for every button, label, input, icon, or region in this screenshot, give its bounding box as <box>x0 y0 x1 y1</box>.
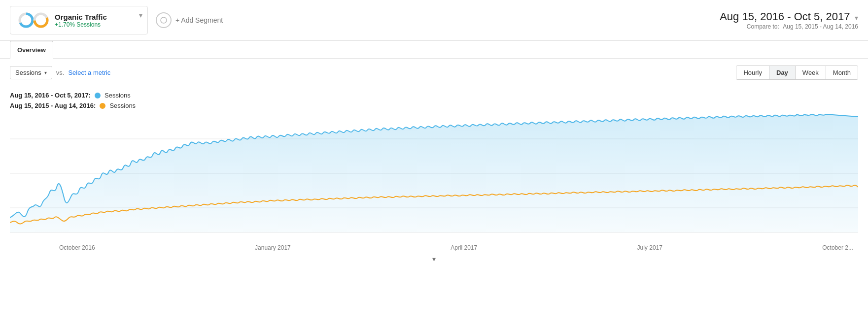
tabs-bar: Overview <box>0 41 868 59</box>
x-label-jul-2017: July 2017 <box>637 244 662 251</box>
tab-overview[interactable]: Overview <box>10 41 53 59</box>
vs-label: vs. <box>56 69 65 76</box>
circle-outline-icon <box>160 17 167 24</box>
sessions-dropdown-arrow-icon: ▾ <box>44 70 47 75</box>
chart-svg <box>10 114 858 242</box>
legend-date-primary: Aug 15, 2016 - Oct 5, 2017: <box>10 92 91 99</box>
x-label-oct-2016: October 2016 <box>59 244 95 251</box>
x-label-jan-2017: January 2017 <box>255 244 291 251</box>
date-range-section[interactable]: Aug 15, 2016 - Oct 5, 2017 ▾ Compare to:… <box>720 10 858 30</box>
scrollbar-area: ▾ <box>0 251 868 263</box>
add-segment-label: + Add Segment <box>175 16 223 24</box>
x-label-apr-2017: April 2017 <box>451 244 477 251</box>
legend-metric-compare: Sessions <box>109 102 136 109</box>
controls-bar: Sessions ▾ vs. Select a metric Hourly Da… <box>0 59 868 87</box>
blue-area-fill <box>10 114 858 232</box>
week-button[interactable]: Week <box>795 66 826 79</box>
svg-point-4 <box>161 17 167 23</box>
date-range-primary-row: Aug 15, 2016 - Oct 5, 2017 ▾ <box>720 10 858 23</box>
legend-dot-orange <box>100 103 105 109</box>
metric-controls: Sessions ▾ vs. Select a metric <box>10 66 110 79</box>
date-range-dropdown-arrow[interactable]: ▾ <box>855 14 858 22</box>
compare-prefix: Compare to: <box>747 23 779 30</box>
legend-row-primary: Aug 15, 2016 - Oct 5, 2017: Sessions <box>10 92 858 99</box>
legend-section: Aug 15, 2016 - Oct 5, 2017: Sessions Aug… <box>0 87 868 114</box>
orange-donut-icon <box>32 11 50 29</box>
donut-icons <box>17 11 50 29</box>
chart-area <box>0 114 868 242</box>
scroll-down-arrow[interactable]: ▾ <box>432 255 436 263</box>
chart-container: October 2016 January 2017 April 2017 Jul… <box>0 114 868 263</box>
x-axis-labels: October 2016 January 2017 April 2017 Jul… <box>0 242 868 251</box>
date-range-primary: Aug 15, 2016 - Oct 5, 2017 <box>720 10 850 23</box>
legend-date-compare: Aug 15, 2015 - Aug 14, 2016: <box>10 102 96 109</box>
organic-traffic-segment[interactable]: Organic Traffic +1.70% Sessions ▾ <box>10 6 148 34</box>
segment-info: Organic Traffic +1.70% Sessions <box>55 13 107 28</box>
hourly-button[interactable]: Hourly <box>736 66 769 79</box>
compare-date: Aug 15, 2015 - Aug 14, 2016 <box>783 23 858 30</box>
segment-dropdown-arrow[interactable]: ▾ <box>139 11 142 19</box>
segment-section: Organic Traffic +1.70% Sessions ▾ + Add … <box>10 6 223 34</box>
add-segment-circle-icon <box>156 12 172 28</box>
sessions-label: Sessions <box>15 69 41 76</box>
top-bar: Organic Traffic +1.70% Sessions ▾ + Add … <box>0 0 868 41</box>
legend-row-compare: Aug 15, 2015 - Aug 14, 2016: Sessions <box>10 102 858 109</box>
segment-name: Organic Traffic <box>55 13 107 21</box>
x-label-oct-2: October 2... <box>822 244 853 251</box>
select-metric-link[interactable]: Select a metric <box>68 69 110 76</box>
date-range-compare-row: Compare to: Aug 15, 2015 - Aug 14, 2016 <box>720 23 858 30</box>
month-button[interactable]: Month <box>826 66 858 79</box>
sessions-dropdown[interactable]: Sessions ▾ <box>10 66 52 79</box>
segment-change: +1.70% Sessions <box>55 21 107 28</box>
legend-metric-primary: Sessions <box>104 92 131 99</box>
legend-dot-blue <box>95 93 101 98</box>
add-segment-button[interactable]: + Add Segment <box>156 12 223 28</box>
time-period-buttons: Hourly Day Week Month <box>736 65 858 80</box>
day-button[interactable]: Day <box>769 66 795 79</box>
